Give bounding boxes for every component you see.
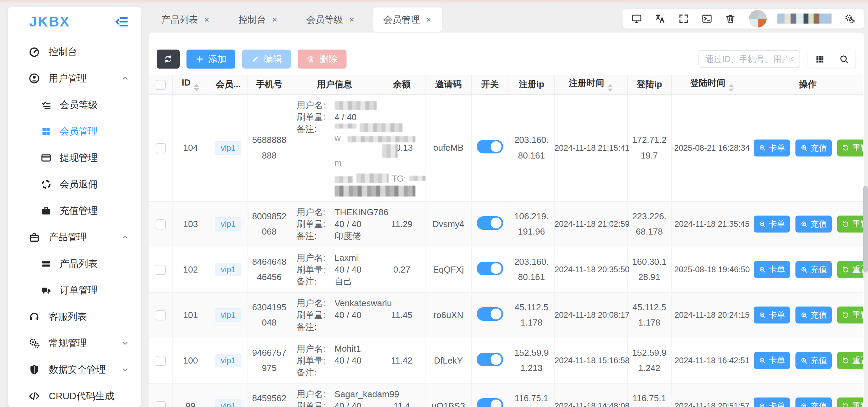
tab-close-icon[interactable]: × xyxy=(204,15,209,25)
sort-icon[interactable] xyxy=(608,84,613,92)
tab[interactable]: 会员管理 × xyxy=(373,7,442,32)
sidebar-item-member-mgmt[interactable]: 会员管理 xyxy=(8,118,141,145)
cell-reg-time: 2024-11-18 21:15:41 xyxy=(554,94,627,201)
recharge-button[interactable]: 充值 xyxy=(795,261,832,278)
enabled-toggle[interactable] xyxy=(477,398,503,407)
settings-gears-icon[interactable] xyxy=(844,13,855,24)
columns-grid-icon[interactable] xyxy=(808,50,832,68)
card-order-button[interactable]: 卡单 xyxy=(754,261,790,278)
orders-value: 40 / 40 xyxy=(335,355,362,367)
sidebar-item-label: 会员管理 xyxy=(60,125,98,138)
reset-order-button[interactable]: 重置订单 xyxy=(837,261,863,278)
commission-icon xyxy=(41,179,52,190)
recharge-button[interactable]: 充值 xyxy=(795,140,832,156)
cell-reg-time: 2024-11-18 15:16:58 xyxy=(554,338,627,383)
remark-value: 印度佬 xyxy=(335,230,361,242)
search-icon[interactable] xyxy=(832,50,855,68)
card-order-button[interactable]: 卡单 xyxy=(754,352,790,369)
sidebar-item-member-rebate[interactable]: 会员返佣 xyxy=(8,171,141,198)
row-checkbox[interactable] xyxy=(156,219,166,229)
sort-icon[interactable] xyxy=(729,84,734,92)
row-checkbox[interactable] xyxy=(156,356,166,366)
recharge-button[interactable]: 充值 xyxy=(795,216,832,233)
cell-phone: 8459562017 xyxy=(248,383,291,407)
terminal-icon[interactable] xyxy=(702,13,712,24)
tab-close-icon[interactable]: × xyxy=(349,15,354,25)
tab-close-icon[interactable]: × xyxy=(272,15,277,25)
cell-login-ip: 172.71.219.7 xyxy=(627,94,671,201)
reset-order-button[interactable]: 重置订单 xyxy=(837,140,863,156)
row-checkbox[interactable] xyxy=(156,143,166,153)
search-input[interactable] xyxy=(698,50,800,68)
recharge-button[interactable]: 充值 xyxy=(795,352,832,369)
trash-icon[interactable] xyxy=(725,13,736,24)
sidebar-item-product-mgmt[interactable]: 产品管理 xyxy=(8,224,141,251)
card-order-button[interactable]: 卡单 xyxy=(754,307,790,323)
sidebar-item-user-mgmt[interactable]: 用户管理 xyxy=(8,65,141,92)
sidebar-item-data-security[interactable]: 数据安全管理 xyxy=(8,356,141,383)
monitor-icon[interactable] xyxy=(631,13,642,24)
user-icon xyxy=(28,73,40,84)
enabled-toggle[interactable] xyxy=(477,140,503,153)
dashboard-icon xyxy=(28,46,40,58)
refresh-button[interactable] xyxy=(157,50,180,69)
edit-button[interactable]: 编辑 xyxy=(242,50,291,69)
reset-order-button[interactable]: 重置订单 xyxy=(837,352,863,369)
sidebar-item-service-list[interactable]: 客服列表 xyxy=(8,303,141,330)
sidebar-item-dashboard[interactable]: 控制台 xyxy=(8,39,141,65)
row-checkbox[interactable] xyxy=(156,401,166,407)
tab-close-icon[interactable]: × xyxy=(426,15,431,25)
plus-icon xyxy=(195,55,204,63)
sidebar-item-label: 产品管理 xyxy=(49,231,87,244)
row-checkbox[interactable] xyxy=(156,310,166,320)
scrollbar-thumb[interactable] xyxy=(863,186,868,273)
row-checkbox[interactable] xyxy=(156,265,166,275)
recharge-button[interactable]: 充值 xyxy=(795,307,832,323)
translate-icon[interactable] xyxy=(655,13,666,24)
column-userinfo: 用户信息 xyxy=(291,75,378,94)
sidebar-item-recharge-mgmt[interactable]: 充值管理 xyxy=(8,198,141,224)
reset-order-button[interactable]: 重置订单 xyxy=(837,216,863,233)
card-order-button[interactable]: 卡单 xyxy=(754,140,790,156)
sidebar-item-label: 提现管理 xyxy=(60,151,98,164)
trash-icon xyxy=(307,55,315,63)
user-avatar[interactable] xyxy=(749,10,767,27)
reset-order-button[interactable]: 重置订单 xyxy=(837,397,863,407)
truck-icon xyxy=(41,285,52,296)
sidebar-item-crud-gen[interactable]: CRUD代码生成 xyxy=(8,383,141,407)
cell-userinfo: 用户名: Laxmi 刷单量: 40 / 40 备注: 自己 xyxy=(291,247,378,292)
enabled-toggle[interactable] xyxy=(477,307,503,321)
sidebar-item-general-mgmt[interactable]: 常规管理 xyxy=(8,330,141,356)
sidebar-item-member-level[interactable]: 会员等级 xyxy=(8,92,141,118)
sort-icon[interactable] xyxy=(194,84,199,91)
sidebar-collapse-icon[interactable] xyxy=(115,15,129,29)
table-row: 104 vip1 5688888888 用户名: 刷单量: 4 / 40 备注: xyxy=(149,94,863,201)
table-body: 104 vip1 5688888888 用户名: 刷单量: 4 / 40 备注: xyxy=(149,94,863,407)
enabled-toggle[interactable] xyxy=(477,353,503,366)
fullscreen-icon[interactable] xyxy=(678,13,689,24)
sidebar-item-label: 产品列表 xyxy=(60,257,98,270)
sidebar-item-order-mgmt[interactable]: 订单管理 xyxy=(8,277,141,303)
card-order-button[interactable]: 卡单 xyxy=(754,397,790,407)
select-all-checkbox[interactable] xyxy=(156,80,166,90)
add-button[interactable]: 添加 xyxy=(186,50,235,69)
cell-phone: 5688888888 xyxy=(248,94,291,201)
tab[interactable]: 会员等级 × xyxy=(295,7,365,32)
burger-icon xyxy=(41,258,52,269)
tab[interactable]: 控制台 × xyxy=(228,7,288,32)
sidebar-item-withdraw-mgmt[interactable]: 提现管理 xyxy=(8,145,141,171)
delete-button[interactable]: 删除 xyxy=(298,50,347,69)
vip-badge: vip1 xyxy=(215,308,241,322)
card-order-button[interactable]: 卡单 xyxy=(754,216,790,233)
sidebar-item-product-list[interactable]: 产品列表 xyxy=(8,251,141,277)
reset-order-button[interactable]: 重置订单 xyxy=(837,307,863,323)
cell-invite: EqQFXj xyxy=(426,247,471,292)
enabled-toggle[interactable] xyxy=(477,216,503,230)
tab[interactable]: 产品列表 × xyxy=(151,7,220,32)
recharge-button[interactable]: 充值 xyxy=(795,397,832,407)
enabled-toggle[interactable] xyxy=(477,262,503,275)
cell-login-time: 2025-08-18 19:46:50 xyxy=(671,247,753,292)
chevron-icon xyxy=(121,74,130,83)
top-accent-line xyxy=(0,0,868,4)
column-switch: 开关 xyxy=(471,75,509,94)
